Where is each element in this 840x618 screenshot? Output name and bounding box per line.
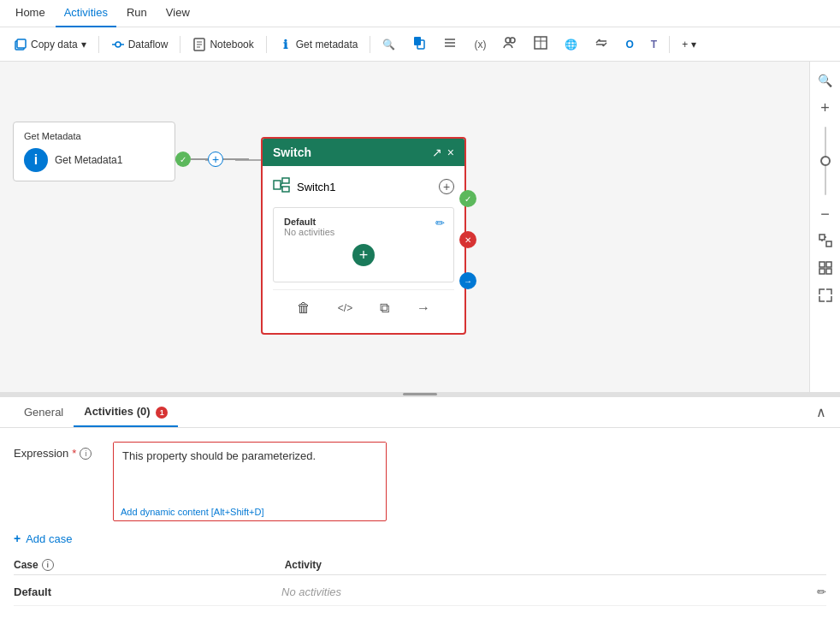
svg-rect-24 [282, 187, 289, 192]
svg-rect-23 [282, 178, 289, 183]
zoom-out-icon: − [820, 205, 830, 223]
case-default-text: Default [14, 585, 51, 598]
formula-toolbar-button[interactable]: (x) [467, 35, 493, 54]
default-edit-icon[interactable]: ✏ [435, 217, 445, 229]
tab-general[interactable]: General [14, 399, 74, 427]
zoom-slider-track [825, 127, 826, 195]
zoom-in-icon: + [820, 99, 830, 117]
list-toolbar-button[interactable] [436, 33, 464, 56]
case-info-icon[interactable]: i [42, 559, 54, 571]
collapse-panel-button[interactable]: ∧ [816, 404, 826, 420]
complete-side-indicator: → [459, 272, 476, 289]
activities-badge: 1 [156, 407, 168, 419]
dataflow-button[interactable]: Dataflow [104, 34, 175, 55]
canvas-grid-button[interactable] [813, 257, 837, 281]
get-metadata-button[interactable]: ℹ Get metadata [272, 34, 365, 55]
svg-rect-31 [819, 262, 825, 267]
error-side-indicator: ✕ [459, 231, 476, 248]
table-toolbar-icon [534, 36, 547, 52]
switch-add-case-button[interactable]: + [439, 179, 454, 194]
success-indicator: ✓ [175, 152, 191, 167]
table-row: Default No activities ✏ [14, 579, 826, 606]
switch-item: Switch1 + [273, 173, 454, 200]
expression-textarea[interactable]: This property should be parameterized. [114, 443, 386, 502]
globe-toolbar-button[interactable]: 🌐 [558, 35, 584, 54]
info-icon: i [34, 152, 38, 168]
switch-header-icons: ↗ × [432, 146, 454, 159]
switch-body: Switch1 + Default No activities ✏ + 🗑 </… [263, 166, 464, 333]
zoom-slider[interactable] [825, 127, 826, 195]
arrow-switch-button[interactable]: → [413, 297, 434, 319]
add-connection-button[interactable]: + [208, 152, 223, 167]
grid-icon [819, 261, 832, 277]
teams-toolbar-button[interactable]: T [644, 35, 664, 54]
case-table-header: Case i Activity [14, 556, 826, 575]
canvas-search-button[interactable]: 🔍 [813, 68, 837, 92]
people-toolbar-button[interactable] [496, 33, 524, 56]
canvas-corner-button[interactable] [813, 284, 837, 308]
add-case-row[interactable]: + Add case [14, 532, 826, 545]
bottom-tabs: General Activities (0) 1 ∧ [0, 397, 840, 428]
add-case-label: Add case [26, 532, 72, 545]
formula-toolbar-icon: (x) [474, 39, 486, 51]
svg-rect-27 [819, 235, 825, 240]
canvas-area: Get Metadata i Get Metadata1 ✓ + Switch [0, 62, 840, 392]
case-row-edit-icon[interactable]: ✏ [817, 585, 826, 598]
copy-data-label: Copy data [31, 39, 78, 51]
dynamic-content-link[interactable]: Add dynamic content [Alt+Shift+D] [114, 505, 386, 520]
delete-switch-button[interactable]: 🗑 [293, 297, 314, 319]
svg-rect-28 [826, 241, 831, 247]
svg-rect-22 [274, 181, 281, 189]
copy-switch-button[interactable]: ⧉ [376, 297, 393, 319]
get-metadata-activity-name: Get Metadata1 [55, 154, 122, 166]
default-box: Default No activities ✏ + [273, 207, 454, 282]
page-toolbar-icon [412, 36, 426, 52]
search-toolbar-button[interactable]: 🔍 [376, 35, 402, 54]
case-table: Case i Activity Default No activities ✏ [14, 556, 826, 606]
bottom-content: Expression * i This property should be p… [0, 428, 840, 618]
expression-info-icon[interactable]: i [80, 448, 92, 460]
get-metadata-activity-item: i Get Metadata1 [24, 148, 164, 172]
tab-activities[interactable]: Activities (0) 1 [74, 398, 178, 427]
zoom-slider-thumb [820, 156, 831, 166]
more-chevron: ▾ [691, 39, 696, 51]
more-button[interactable]: + ▾ [675, 35, 703, 54]
default-add-activity-button[interactable]: + [352, 244, 375, 266]
notebook-button[interactable]: Notebook [186, 34, 260, 55]
case-header-text: Case [14, 559, 38, 571]
globe-toolbar-icon: 🌐 [565, 39, 577, 51]
plus-icon: + [682, 39, 688, 51]
page-toolbar-button[interactable] [405, 33, 433, 56]
get-metadata-label: Get metadata [296, 39, 358, 51]
arrows-toolbar-button[interactable] [588, 33, 615, 56]
svg-point-2 [115, 42, 121, 47]
default-sub: No activities [284, 227, 443, 237]
outlook-toolbar-button[interactable]: Ο [618, 35, 640, 54]
default-label: Default [284, 217, 443, 227]
side-indicators: ✓ ✕ → [459, 190, 476, 289]
copy-data-chevron: ▾ [81, 39, 86, 51]
table-toolbar-button[interactable] [527, 33, 554, 56]
switch-container: Switch ↗ × Switch1 + Defau [261, 137, 466, 335]
people-toolbar-icon [503, 36, 517, 52]
switch-title: Switch [273, 146, 311, 159]
toolbar-sep-4 [370, 36, 370, 53]
collapse-icon[interactable]: × [447, 146, 454, 159]
copy-data-button[interactable]: Copy data ▾ [7, 34, 93, 55]
code-switch-button[interactable]: </> [334, 299, 356, 318]
expand-icon[interactable]: ↗ [432, 146, 442, 159]
required-marker: * [72, 447, 76, 460]
canvas-fit-button[interactable] [813, 229, 837, 253]
menu-activities[interactable]: Activities [56, 0, 116, 27]
menu-run[interactable]: Run [118, 0, 156, 27]
canvas-zoom-out-button[interactable]: − [813, 202, 837, 226]
corner-icon [819, 288, 832, 305]
menu-home[interactable]: Home [7, 0, 54, 27]
menu-view[interactable]: View [157, 0, 198, 27]
canvas-content[interactable]: Get Metadata i Get Metadata1 ✓ + Switch [0, 62, 809, 392]
canvas-zoom-in-button[interactable]: + [813, 96, 837, 120]
expression-row: Expression * i This property should be p… [14, 442, 826, 521]
expression-input-wrapper: This property should be parameterized. A… [113, 442, 387, 521]
toolbar-sep-5 [669, 36, 670, 53]
connection-area: ✓ + [175, 152, 249, 167]
